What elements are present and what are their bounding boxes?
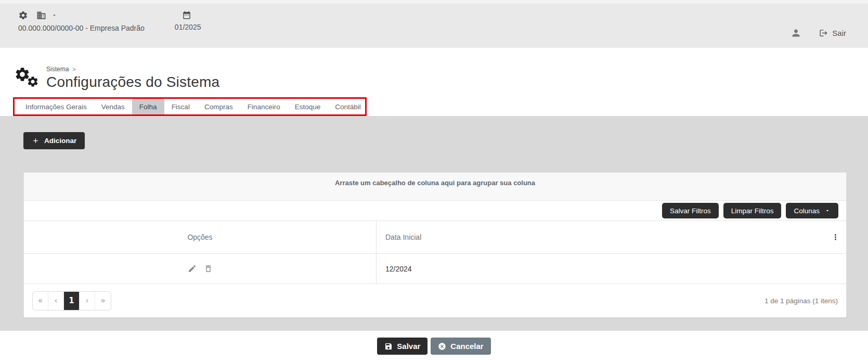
save-filters-button[interactable]: Salvar Filtros: [662, 203, 719, 218]
tab-content-panel: Adicionar Arraste um cabeçalho de coluna…: [0, 116, 868, 331]
add-button[interactable]: Adicionar: [23, 132, 85, 149]
column-header-start-date[interactable]: Data Inicial: [377, 221, 846, 253]
logout-icon: [819, 29, 828, 37]
pager-page-1-button[interactable]: 1: [64, 292, 80, 310]
table-row: 12/2024: [24, 254, 846, 284]
save-button-label: Salvar: [397, 342, 420, 351]
period-value[interactable]: 01/2025: [175, 23, 201, 31]
cancel-circle-icon: [438, 342, 446, 351]
caret-down-icon: [824, 208, 831, 214]
group-hint-text: Arraste um cabeçalho de coluna aqui para…: [335, 179, 535, 187]
pager-first-button[interactable]: «: [33, 292, 48, 310]
grid-header-row: Opções Data Inicial: [24, 221, 846, 254]
tab-contabil[interactable]: Contábil: [328, 99, 368, 114]
topbar: 00.000.000/0000-00 - Empresa Padrão 01/2…: [0, 0, 868, 48]
columns-button[interactable]: Colunas: [786, 203, 838, 218]
gear-icon[interactable]: [18, 10, 28, 20]
tab-fiscal[interactable]: Fiscal: [164, 99, 197, 114]
pager-prev-button[interactable]: ‹: [48, 292, 64, 310]
title-section: Sistema > Configurações do Sistema: [0, 48, 868, 90]
save-filters-label: Salvar Filtros: [670, 207, 711, 215]
caret-down-icon[interactable]: [51, 12, 57, 18]
floppy-icon: [384, 342, 393, 351]
add-button-label: Adicionar: [44, 137, 76, 145]
trash-icon[interactable]: [204, 264, 213, 273]
breadcrumb-separator: >: [72, 66, 75, 72]
cancel-button[interactable]: Cancelar: [431, 338, 490, 355]
breadcrumb-parent[interactable]: Sistema: [46, 66, 69, 73]
save-button[interactable]: Salvar: [377, 338, 427, 355]
grid-group-panel[interactable]: Arraste um cabeçalho de coluna aqui para…: [24, 173, 846, 201]
tab-compras[interactable]: Compras: [197, 99, 240, 114]
pager-summary: 1 de 1 páginas (1 itens): [765, 297, 838, 305]
clear-filters-label: Limpar Filtros: [731, 207, 774, 215]
breadcrumb: Sistema >: [46, 66, 219, 73]
grid-toolbar: Salvar Filtros Limpar Filtros Colunas: [24, 201, 846, 221]
tab-estoque[interactable]: Estoque: [288, 99, 328, 114]
tab-informacoes-gerais[interactable]: Informações Gerais: [18, 99, 94, 114]
row-options-cell: [24, 254, 377, 283]
column-header-options[interactable]: Opções: [24, 221, 377, 253]
pager: « ‹ 1 › »: [32, 291, 111, 311]
grid-pager-row: « ‹ 1 › » 1 de 1 páginas (1 itens): [24, 284, 846, 317]
company-name[interactable]: 00.000.000/0000-00 - Empresa Padrão: [18, 24, 145, 32]
plus-icon: [32, 137, 40, 145]
pencil-icon[interactable]: [188, 264, 197, 273]
period-selector[interactable]: 01/2025: [175, 10, 201, 48]
row-start-date-cell: 12/2024: [377, 254, 846, 283]
column-header-options-label: Opções: [187, 233, 212, 241]
company-selector[interactable]: 00.000.000/0000-00 - Empresa Padrão: [18, 10, 145, 48]
pager-last-button[interactable]: »: [95, 292, 111, 310]
page-title: Configurações do Sistema: [46, 74, 219, 90]
user-icon[interactable]: [791, 28, 801, 38]
tab-folha[interactable]: Folha: [132, 99, 164, 114]
tab-financeiro[interactable]: Financeiro: [240, 99, 288, 114]
pager-next-button[interactable]: ›: [80, 292, 95, 310]
clear-filters-button[interactable]: Limpar Filtros: [723, 203, 782, 218]
company-icon[interactable]: [36, 10, 46, 20]
calendar-icon[interactable]: [175, 10, 201, 20]
annotation-box-tabs: Informações Gerais Vendas Folha Fiscal C…: [13, 97, 367, 116]
columns-label: Colunas: [794, 207, 820, 215]
column-header-start-date-label: Data Inicial: [385, 233, 421, 241]
start-date-value: 12/2024: [385, 265, 412, 273]
logout-label: Sair: [832, 29, 846, 37]
kebab-menu-icon[interactable]: [831, 233, 840, 242]
cancel-button-label: Cancelar: [450, 342, 483, 351]
gears-page-icon: [13, 66, 42, 90]
data-grid: Arraste um cabeçalho de coluna aqui para…: [23, 172, 847, 318]
tab-vendas[interactable]: Vendas: [94, 99, 132, 114]
footer-actions: Salvar Cancelar: [0, 331, 868, 355]
logout-button[interactable]: Sair: [819, 29, 846, 37]
